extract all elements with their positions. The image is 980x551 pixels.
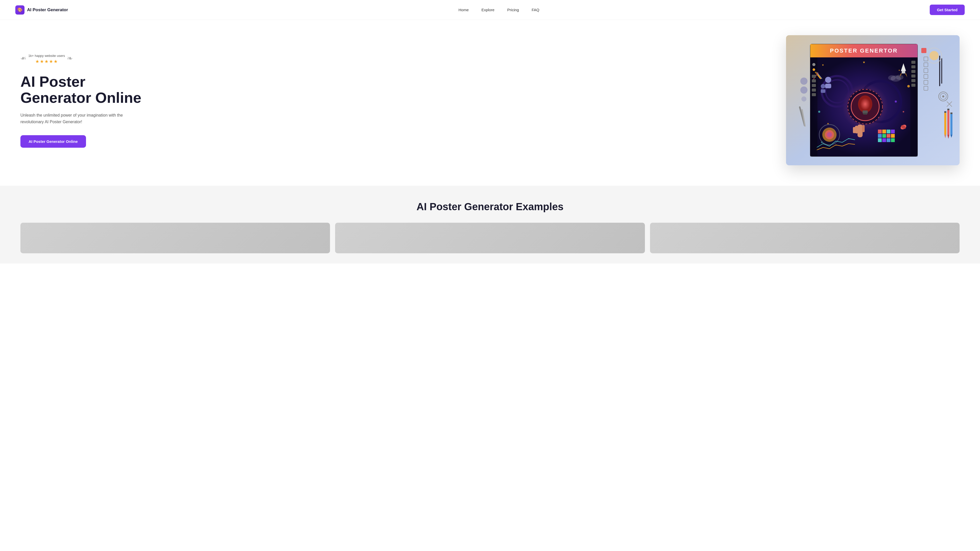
example-card-2 (335, 223, 645, 253)
social-proof-badge: ❧ 1k+ happy website users ★★★★★ ❧ (21, 53, 73, 64)
svg-rect-56 (862, 125, 865, 132)
svg-rect-99 (912, 70, 915, 73)
svg-point-78 (888, 75, 896, 80)
hero-subtitle: Unleash the unlimited power of your imag… (21, 112, 127, 125)
star-rating: ★★★★★ (35, 59, 58, 64)
svg-text:★: ★ (862, 60, 865, 64)
navbar: 🎨 AI Poster Generator Home Explore Prici… (0, 0, 980, 20)
svg-rect-54 (858, 124, 862, 137)
hero-section: ❧ 1k+ happy website users ★★★★★ ❧ AI Pos… (0, 20, 980, 186)
laurel-wrapper: ❧ 1k+ happy website users ★★★★★ ❧ (21, 53, 73, 64)
hero-cta-button[interactable]: AI Poster Generator Online (21, 135, 86, 148)
svg-rect-62 (878, 130, 882, 133)
examples-section: AI Poster Generator Examples (0, 186, 980, 264)
examples-grid (21, 223, 959, 253)
svg-rect-57 (853, 127, 856, 133)
example-card-1 (21, 223, 330, 253)
brand-name: AI Poster Generator (27, 7, 68, 13)
nav-faq[interactable]: FAQ (531, 8, 539, 12)
svg-text:★: ★ (898, 69, 900, 71)
brand-logo[interactable]: 🎨 AI Poster Generator (15, 5, 68, 14)
svg-rect-73 (891, 138, 895, 142)
brand-icon: 🎨 (15, 5, 24, 14)
svg-rect-93 (812, 84, 816, 87)
svg-rect-19 (921, 48, 926, 53)
svg-point-87 (821, 141, 822, 143)
svg-rect-2 (941, 58, 942, 84)
svg-rect-95 (812, 93, 816, 96)
svg-rect-100 (912, 75, 915, 78)
svg-rect-16 (950, 113, 953, 114)
hero-illustration: POSTER GENERTOR ★ ★ ★ ★ ★ (786, 35, 959, 165)
svg-point-89 (812, 63, 815, 66)
laurel-right-icon: ❧ (67, 55, 73, 62)
svg-rect-63 (882, 130, 886, 133)
hero-content: ❧ 1k+ happy website users ★★★★★ ❧ AI Pos… (21, 53, 148, 148)
svg-point-5 (942, 95, 944, 97)
svg-rect-80 (902, 71, 905, 73)
svg-rect-69 (891, 134, 895, 138)
svg-rect-41 (825, 84, 831, 88)
svg-rect-72 (886, 138, 891, 142)
nav-explore[interactable]: Explore (482, 8, 495, 12)
nav-links: Home Explore Pricing FAQ (458, 8, 539, 12)
example-card-inner-1 (21, 223, 330, 253)
svg-rect-70 (878, 138, 882, 142)
hero-image: POSTER GENERTOR ★ ★ ★ ★ ★ (786, 35, 959, 165)
svg-rect-53 (863, 113, 867, 114)
svg-rect-8 (944, 112, 946, 135)
svg-point-18 (929, 51, 939, 60)
example-card-3 (650, 223, 959, 253)
svg-rect-102 (912, 84, 915, 87)
svg-rect-97 (912, 61, 915, 64)
laurel-left-icon: ❧ (21, 55, 26, 62)
svg-rect-66 (878, 134, 882, 138)
brand-icon-symbol: 🎨 (18, 7, 22, 12)
svg-rect-67 (882, 134, 886, 138)
svg-point-104 (800, 86, 808, 94)
svg-point-40 (825, 77, 831, 83)
hero-image-wrapper: POSTER GENERTOR ★ ★ ★ ★ ★ (786, 35, 959, 165)
svg-point-90 (813, 68, 815, 71)
svg-rect-64 (886, 130, 891, 133)
svg-point-85 (903, 111, 904, 113)
svg-point-103 (800, 78, 808, 85)
svg-point-86 (895, 100, 897, 103)
svg-rect-11 (947, 109, 950, 135)
svg-rect-98 (912, 65, 915, 68)
svg-point-84 (907, 85, 910, 87)
svg-rect-14 (950, 113, 953, 135)
get-started-button[interactable]: Get Started (930, 5, 965, 15)
example-card-inner-2 (335, 223, 645, 253)
svg-rect-13 (947, 109, 950, 110)
svg-rect-88 (810, 57, 818, 156)
svg-text:★: ★ (822, 64, 824, 66)
social-proof-text: 1k+ happy website users (28, 53, 65, 59)
example-card-inner-3 (650, 223, 959, 253)
svg-point-51 (858, 95, 872, 113)
svg-point-105 (801, 97, 807, 102)
svg-rect-94 (812, 89, 816, 92)
svg-rect-10 (944, 111, 946, 113)
svg-rect-71 (882, 138, 886, 142)
svg-rect-68 (886, 134, 891, 138)
examples-title: AI Poster Generator Examples (21, 201, 959, 213)
svg-point-42 (821, 84, 825, 89)
svg-rect-92 (812, 79, 816, 83)
nav-pricing[interactable]: Pricing (507, 8, 519, 12)
svg-point-61 (827, 132, 832, 137)
svg-text:POSTER GENERTOR: POSTER GENERTOR (830, 48, 898, 54)
svg-rect-91 (812, 75, 816, 78)
nav-home[interactable]: Home (458, 8, 469, 12)
svg-rect-101 (912, 79, 915, 82)
svg-rect-65 (891, 130, 895, 133)
svg-rect-43 (821, 89, 825, 93)
svg-point-83 (818, 111, 820, 113)
hero-title: AI Poster Generator Online (21, 73, 148, 106)
